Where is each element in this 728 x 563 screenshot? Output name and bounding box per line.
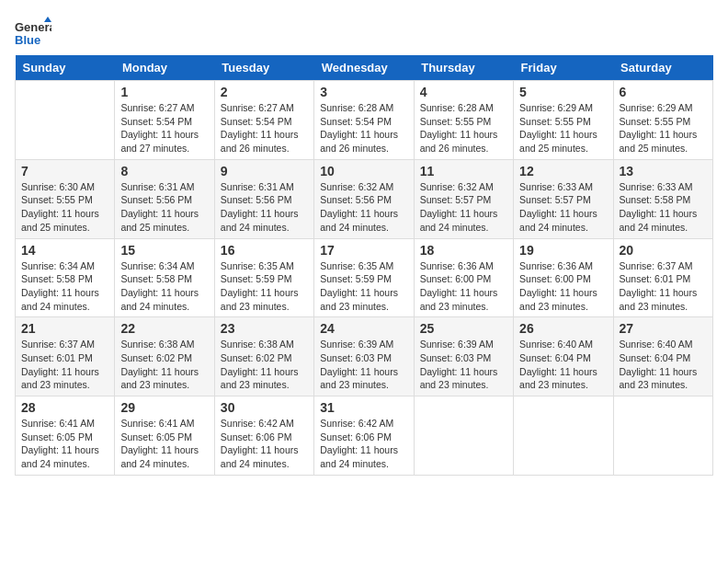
svg-marker-2 xyxy=(44,17,51,22)
day-number: 29 xyxy=(120,400,208,415)
day-info: Sunrise: 6:37 AM Sunset: 6:01 PM Dayligh… xyxy=(620,259,707,314)
day-number: 24 xyxy=(320,321,407,336)
day-cell: 31Sunrise: 6:42 AM Sunset: 6:06 PM Dayli… xyxy=(314,396,414,476)
day-number: 8 xyxy=(120,164,208,178)
day-cell: 5Sunrise: 6:29 AM Sunset: 5:55 PM Daylig… xyxy=(514,81,613,160)
day-cell: 8Sunrise: 6:31 AM Sunset: 5:56 PM Daylig… xyxy=(115,159,214,238)
weekday-header-friday: Friday xyxy=(514,55,613,81)
weekday-header-saturday: Saturday xyxy=(613,55,712,81)
day-cell: 28Sunrise: 6:41 AM Sunset: 6:05 PM Dayli… xyxy=(16,396,115,476)
day-number: 5 xyxy=(519,85,607,99)
day-cell: 18Sunrise: 6:36 AM Sunset: 6:00 PM Dayli… xyxy=(414,238,513,317)
day-cell: 12Sunrise: 6:33 AM Sunset: 5:57 PM Dayli… xyxy=(514,159,613,238)
day-info: Sunrise: 6:38 AM Sunset: 6:02 PM Dayligh… xyxy=(221,338,308,392)
day-number: 11 xyxy=(420,164,507,178)
day-cell: 13Sunrise: 6:33 AM Sunset: 5:58 PM Dayli… xyxy=(613,159,712,238)
day-info: Sunrise: 6:31 AM Sunset: 5:56 PM Dayligh… xyxy=(120,180,208,235)
day-info: Sunrise: 6:34 AM Sunset: 5:58 PM Dayligh… xyxy=(120,259,208,314)
day-cell: 6Sunrise: 6:29 AM Sunset: 5:55 PM Daylig… xyxy=(613,81,712,160)
day-info: Sunrise: 6:35 AM Sunset: 5:59 PM Dayligh… xyxy=(221,259,308,314)
day-info: Sunrise: 6:40 AM Sunset: 6:04 PM Dayligh… xyxy=(620,338,707,392)
day-number: 17 xyxy=(320,243,407,258)
day-cell: 22Sunrise: 6:38 AM Sunset: 6:02 PM Dayli… xyxy=(115,317,214,396)
week-row-2: 7Sunrise: 6:30 AM Sunset: 5:55 PM Daylig… xyxy=(16,159,713,238)
weekday-header-wednesday: Wednesday xyxy=(314,55,414,81)
day-cell xyxy=(514,396,613,476)
day-number: 9 xyxy=(221,164,308,178)
svg-text:Blue: Blue xyxy=(15,33,40,47)
day-cell xyxy=(613,396,712,476)
day-number: 14 xyxy=(21,243,108,258)
day-info: Sunrise: 6:32 AM Sunset: 5:56 PM Dayligh… xyxy=(320,180,407,235)
day-info: Sunrise: 6:39 AM Sunset: 6:03 PM Dayligh… xyxy=(320,338,407,392)
week-row-1: 1Sunrise: 6:27 AM Sunset: 5:54 PM Daylig… xyxy=(16,81,713,160)
weekday-header-monday: Monday xyxy=(115,55,214,81)
day-info: Sunrise: 6:30 AM Sunset: 5:55 PM Dayligh… xyxy=(21,180,108,235)
page-header: General Blue xyxy=(15,15,713,52)
day-number: 10 xyxy=(320,164,407,178)
day-cell xyxy=(16,81,115,160)
day-number: 16 xyxy=(221,243,308,258)
logo: General Blue xyxy=(15,15,57,52)
day-info: Sunrise: 6:38 AM Sunset: 6:02 PM Dayligh… xyxy=(120,338,208,392)
day-number: 1 xyxy=(120,85,208,99)
day-number: 4 xyxy=(420,85,507,99)
day-info: Sunrise: 6:33 AM Sunset: 5:58 PM Dayligh… xyxy=(620,180,707,235)
day-info: Sunrise: 6:36 AM Sunset: 6:00 PM Dayligh… xyxy=(420,259,507,314)
day-number: 23 xyxy=(221,321,308,336)
day-number: 3 xyxy=(320,85,407,99)
day-cell: 11Sunrise: 6:32 AM Sunset: 5:57 PM Dayli… xyxy=(414,159,513,238)
day-info: Sunrise: 6:41 AM Sunset: 6:05 PM Dayligh… xyxy=(21,417,108,471)
day-info: Sunrise: 6:39 AM Sunset: 6:03 PM Dayligh… xyxy=(420,338,507,392)
day-cell: 10Sunrise: 6:32 AM Sunset: 5:56 PM Dayli… xyxy=(314,159,414,238)
day-info: Sunrise: 6:42 AM Sunset: 6:06 PM Dayligh… xyxy=(320,417,407,471)
day-cell: 17Sunrise: 6:35 AM Sunset: 5:59 PM Dayli… xyxy=(314,238,414,317)
day-cell: 14Sunrise: 6:34 AM Sunset: 5:58 PM Dayli… xyxy=(16,238,115,317)
day-number: 31 xyxy=(320,400,407,415)
day-number: 21 xyxy=(21,321,108,336)
day-cell: 19Sunrise: 6:36 AM Sunset: 6:00 PM Dayli… xyxy=(514,238,613,317)
week-row-5: 28Sunrise: 6:41 AM Sunset: 6:05 PM Dayli… xyxy=(16,396,713,476)
day-number: 20 xyxy=(620,243,707,258)
day-cell: 23Sunrise: 6:38 AM Sunset: 6:02 PM Dayli… xyxy=(214,317,313,396)
day-info: Sunrise: 6:36 AM Sunset: 6:00 PM Dayligh… xyxy=(519,259,607,314)
day-cell: 4Sunrise: 6:28 AM Sunset: 5:55 PM Daylig… xyxy=(414,81,513,160)
day-info: Sunrise: 6:34 AM Sunset: 5:58 PM Dayligh… xyxy=(21,259,108,314)
logo-icon: General Blue xyxy=(15,15,51,52)
day-info: Sunrise: 6:27 AM Sunset: 5:54 PM Dayligh… xyxy=(120,101,208,155)
day-cell xyxy=(414,396,513,476)
day-number: 30 xyxy=(221,400,308,415)
day-cell: 7Sunrise: 6:30 AM Sunset: 5:55 PM Daylig… xyxy=(16,159,115,238)
day-info: Sunrise: 6:31 AM Sunset: 5:56 PM Dayligh… xyxy=(221,180,308,235)
day-info: Sunrise: 6:35 AM Sunset: 5:59 PM Dayligh… xyxy=(320,259,407,314)
day-number: 6 xyxy=(620,85,707,99)
day-info: Sunrise: 6:27 AM Sunset: 5:54 PM Dayligh… xyxy=(221,101,308,155)
day-cell: 16Sunrise: 6:35 AM Sunset: 5:59 PM Dayli… xyxy=(214,238,313,317)
day-cell: 15Sunrise: 6:34 AM Sunset: 5:58 PM Dayli… xyxy=(115,238,214,317)
weekday-header-sunday: Sunday xyxy=(16,55,115,81)
day-cell: 20Sunrise: 6:37 AM Sunset: 6:01 PM Dayli… xyxy=(613,238,712,317)
day-info: Sunrise: 6:28 AM Sunset: 5:55 PM Dayligh… xyxy=(420,101,507,155)
day-info: Sunrise: 6:41 AM Sunset: 6:05 PM Dayligh… xyxy=(120,417,208,471)
weekday-header-row: SundayMondayTuesdayWednesdayThursdayFrid… xyxy=(16,55,713,81)
day-cell: 24Sunrise: 6:39 AM Sunset: 6:03 PM Dayli… xyxy=(314,317,414,396)
day-number: 26 xyxy=(519,321,607,336)
day-cell: 3Sunrise: 6:28 AM Sunset: 5:54 PM Daylig… xyxy=(314,81,414,160)
day-number: 2 xyxy=(221,85,308,99)
day-number: 18 xyxy=(420,243,507,258)
svg-text:General: General xyxy=(15,20,51,34)
day-number: 27 xyxy=(620,321,707,336)
day-info: Sunrise: 6:42 AM Sunset: 6:06 PM Dayligh… xyxy=(221,417,308,471)
day-cell: 2Sunrise: 6:27 AM Sunset: 5:54 PM Daylig… xyxy=(214,81,313,160)
day-number: 15 xyxy=(120,243,208,258)
weekday-header-tuesday: Tuesday xyxy=(214,55,313,81)
day-number: 13 xyxy=(620,164,707,178)
day-info: Sunrise: 6:40 AM Sunset: 6:04 PM Dayligh… xyxy=(519,338,607,392)
weekday-header-thursday: Thursday xyxy=(414,55,513,81)
day-cell: 1Sunrise: 6:27 AM Sunset: 5:54 PM Daylig… xyxy=(115,81,214,160)
day-number: 19 xyxy=(519,243,607,258)
day-cell: 29Sunrise: 6:41 AM Sunset: 6:05 PM Dayli… xyxy=(115,396,214,476)
day-number: 7 xyxy=(21,164,108,178)
day-number: 28 xyxy=(21,400,108,415)
day-cell: 25Sunrise: 6:39 AM Sunset: 6:03 PM Dayli… xyxy=(414,317,513,396)
